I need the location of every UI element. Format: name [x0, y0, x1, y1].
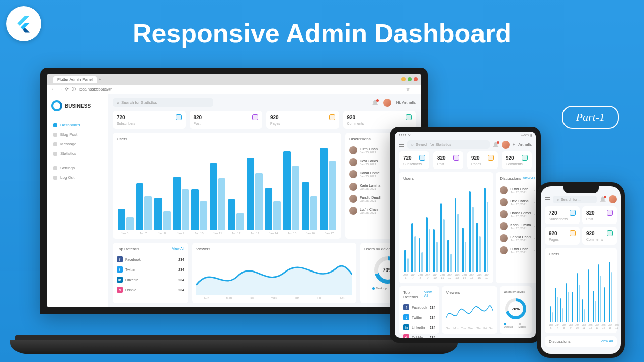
bar-group[interactable]	[455, 184, 459, 272]
discussion-item[interactable]: Lutfhi ChanJan 25,2021›	[500, 184, 535, 196]
bar-group[interactable]	[118, 144, 134, 230]
phone-mockup: ⌕Search for ... 720Subscribers820Post920…	[537, 182, 625, 358]
bar-group[interactable]	[283, 144, 299, 230]
sidebar-item-blog-post[interactable]: Blog Post	[51, 130, 104, 139]
bar-group[interactable]	[469, 184, 473, 272]
menu-icon[interactable]	[399, 143, 404, 147]
view-all-link[interactable]: View All	[172, 247, 184, 251]
referral-item-linkedin[interactable]: inLinkedin234	[403, 322, 435, 332]
stat-card-post[interactable]: 820Post	[582, 206, 617, 224]
chevron-right-icon: ›	[534, 224, 535, 229]
referral-item-facebook[interactable]: fFacebook234	[403, 302, 435, 312]
avatar[interactable]	[383, 99, 391, 107]
bar-group[interactable]	[419, 184, 423, 272]
discussion-item[interactable]: Devi CarlosJan 25,2021›	[500, 196, 535, 208]
bar-group[interactable]	[154, 144, 171, 230]
discussion-item[interactable]: Danar ComelJan 25,2021›	[500, 208, 535, 220]
bell-icon[interactable]	[493, 142, 499, 148]
bar-group[interactable]	[411, 184, 416, 272]
referral-item-twitter[interactable]: tTwitter234	[117, 264, 184, 275]
stat-card-pages[interactable]: 920Pages	[266, 111, 339, 129]
referral-item-twitter[interactable]: tTwitter234	[403, 312, 435, 322]
app-logo[interactable]: BUSINESS	[51, 100, 104, 111]
bar-group[interactable]	[560, 259, 564, 322]
address-bar[interactable]: ← → ⟳ ⓘ localhost:55669/#/ ☆ ⋮	[47, 85, 421, 94]
sidebar-item-settings[interactable]: Settings	[51, 163, 104, 173]
bar-group[interactable]	[598, 259, 601, 322]
bar-group[interactable]	[191, 144, 207, 230]
facebook-icon: f	[403, 304, 409, 310]
referral-item-dribble[interactable]: dDribble234	[117, 285, 184, 295]
referral-item-linkedin[interactable]: inLinkedin234	[117, 275, 184, 285]
flutter-logo	[6, 6, 41, 41]
reload-icon[interactable]: ⟳	[65, 87, 69, 92]
star-icon[interactable]: ☆	[406, 87, 410, 92]
stat-card-subscribers[interactable]: 720Subscribers	[399, 151, 429, 169]
bar-group[interactable]	[447, 184, 452, 272]
back-icon[interactable]: ←	[51, 87, 55, 92]
menu-icon[interactable]: ⋮	[413, 87, 417, 92]
forward-icon[interactable]: →	[58, 87, 62, 92]
bell-icon[interactable]	[600, 196, 606, 202]
bar-group[interactable]	[609, 259, 612, 322]
bar-group[interactable]	[484, 184, 488, 272]
stat-card-pages[interactable]: 920Pages	[545, 227, 580, 245]
bar-group[interactable]	[440, 184, 445, 272]
bar-group[interactable]	[320, 144, 336, 230]
referrals-card: Top ReferalsView All fFacebook234tTwitte…	[113, 243, 188, 303]
bar-group[interactable]	[593, 259, 596, 322]
bar-group[interactable]	[426, 184, 430, 272]
search-input[interactable]: ⌕Search for ...	[553, 196, 597, 203]
sidebar-item-log-out[interactable]: Log Out	[51, 173, 104, 183]
stat-card-subscribers[interactable]: 720Subscribers	[113, 111, 186, 129]
stat-card-post[interactable]: 820Post	[190, 111, 263, 129]
sidebar-item-dashboard[interactable]: Dashboard	[51, 120, 104, 130]
avatar	[500, 222, 508, 230]
bar-group[interactable]	[462, 184, 466, 272]
bar-group[interactable]	[555, 259, 558, 322]
bar-group[interactable]	[588, 259, 591, 322]
new-tab-icon[interactable]: +	[99, 77, 101, 82]
bar-group[interactable]	[582, 259, 585, 322]
stat-card-comments[interactable]: 920Comments	[502, 151, 532, 169]
browser-tab[interactable]: Flutter Admin Panel	[53, 76, 97, 83]
stat-card-subscribers[interactable]: 720Subscribers	[545, 206, 580, 224]
donut-chart: 70%	[505, 298, 526, 319]
avatar[interactable]	[609, 195, 617, 203]
bar-group[interactable]	[302, 144, 318, 230]
bell-icon[interactable]	[372, 100, 378, 106]
bar-group[interactable]	[210, 144, 226, 230]
bar-group[interactable]	[604, 259, 607, 322]
sidebar-item-message[interactable]: Message	[51, 139, 104, 149]
stat-card-comments[interactable]: 920Comments	[582, 227, 617, 245]
stat-card-post[interactable]: 820Post	[433, 151, 463, 169]
stat-card-pages[interactable]: 920Pages	[467, 151, 498, 169]
discussion-item[interactable]: Lutfhi ChanJan 25,2021›	[500, 244, 535, 256]
window-max-icon[interactable]	[408, 77, 412, 81]
search-input[interactable]: ⌕Search for Statistics	[113, 98, 213, 107]
bar-group[interactable]	[228, 144, 244, 230]
bar-group[interactable]	[173, 144, 189, 230]
bar-group[interactable]	[577, 259, 580, 322]
discussion-item[interactable]: Fandid DeadlJan 25,2021›	[500, 232, 535, 244]
bar-group[interactable]	[433, 184, 437, 272]
discussion-item[interactable]: Karin LuminaJan 25,2021›	[500, 220, 535, 232]
bar-group[interactable]	[265, 144, 281, 230]
bar-group[interactable]	[404, 184, 409, 272]
stat-card-comments[interactable]: 920Comments	[343, 111, 416, 129]
dribble-icon: d	[117, 287, 123, 293]
window-close-icon[interactable]	[414, 77, 418, 81]
bar-group[interactable]	[566, 259, 569, 322]
search-input[interactable]: ⌕Search for Statistics	[407, 140, 490, 149]
avatar[interactable]	[502, 141, 510, 149]
bar-group[interactable]	[247, 144, 263, 230]
sidebar-item-statistics[interactable]: Statistics	[51, 149, 104, 158]
bar-group[interactable]	[572, 259, 575, 322]
window-min-icon[interactable]	[401, 77, 406, 81]
bar-group[interactable]	[136, 144, 152, 230]
menu-icon[interactable]	[545, 197, 550, 201]
referral-item-facebook[interactable]: fFacebook234	[117, 254, 184, 264]
bar-group[interactable]	[476, 184, 481, 272]
referral-item-dribble[interactable]: dDribble234	[403, 332, 435, 338]
bar-group[interactable]	[550, 259, 553, 322]
